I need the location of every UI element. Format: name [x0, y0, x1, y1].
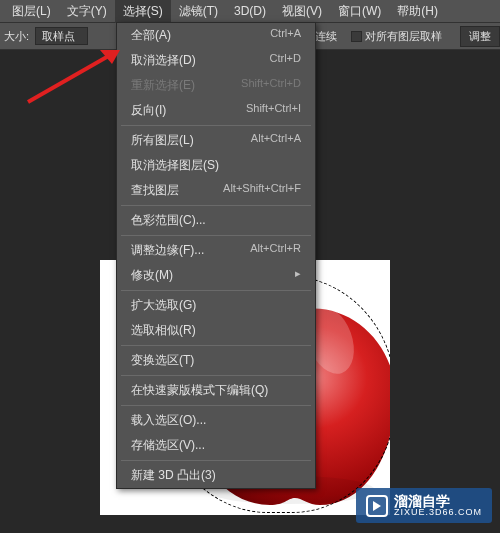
- watermark-url: ZIXUE.3D66.COM: [394, 508, 482, 517]
- menu-separator: [121, 290, 311, 291]
- menu-item[interactable]: 全部(A)Ctrl+A: [117, 23, 315, 48]
- menu-3d[interactable]: 3D(D): [226, 1, 274, 21]
- menu-type[interactable]: 文字(Y): [59, 0, 115, 23]
- play-icon: [366, 495, 388, 517]
- size-dropdown[interactable]: 取样点: [35, 27, 88, 45]
- menu-item-shortcut: Ctrl+A: [270, 27, 301, 44]
- menu-item-label: 扩大选取(G): [131, 297, 196, 314]
- adjust-button[interactable]: 调整: [460, 26, 500, 47]
- menu-item-label: 反向(I): [131, 102, 166, 119]
- menu-item[interactable]: 扩大选取(G): [117, 293, 315, 318]
- menu-view[interactable]: 视图(V): [274, 0, 330, 23]
- menu-separator: [121, 460, 311, 461]
- watermark: 溜溜自学 ZIXUE.3D66.COM: [356, 488, 492, 523]
- menu-item-label: 取消选择图层(S): [131, 157, 219, 174]
- menu-bar: 图层(L) 文字(Y) 选择(S) 滤镜(T) 3D(D) 视图(V) 窗口(W…: [0, 0, 500, 22]
- menu-item[interactable]: 选取相似(R): [117, 318, 315, 343]
- menu-item-shortcut: Alt+Shift+Ctrl+F: [223, 182, 301, 199]
- menu-item-label: 选取相似(R): [131, 322, 196, 339]
- menu-item[interactable]: 新建 3D 凸出(3): [117, 463, 315, 488]
- menu-item-label: 取消选择(D): [131, 52, 196, 69]
- menu-filter[interactable]: 滤镜(T): [171, 0, 226, 23]
- menu-select[interactable]: 选择(S): [115, 0, 171, 23]
- menu-separator: [121, 125, 311, 126]
- menu-item[interactable]: 色彩范围(C)...: [117, 208, 315, 233]
- menu-separator: [121, 375, 311, 376]
- menu-item: 重新选择(E)Shift+Ctrl+D: [117, 73, 315, 98]
- menu-item-label: 查找图层: [131, 182, 179, 199]
- menu-item-label: 新建 3D 凸出(3): [131, 467, 216, 484]
- menu-item-label: 色彩范围(C)...: [131, 212, 206, 229]
- menu-item-label: 全部(A): [131, 27, 171, 44]
- menu-item[interactable]: 反向(I)Shift+Ctrl+I: [117, 98, 315, 123]
- menu-separator: [121, 405, 311, 406]
- menu-item[interactable]: 取消选择(D)Ctrl+D: [117, 48, 315, 73]
- continuous-label: 连续: [315, 29, 337, 44]
- menu-item[interactable]: 取消选择图层(S): [117, 153, 315, 178]
- menu-item[interactable]: 变换选区(T): [117, 348, 315, 373]
- select-dropdown-menu: 全部(A)Ctrl+A取消选择(D)Ctrl+D重新选择(E)Shift+Ctr…: [116, 22, 316, 489]
- checkbox-icon: [351, 31, 362, 42]
- menu-item[interactable]: 在快速蒙版模式下编辑(Q): [117, 378, 315, 403]
- sample-all-checkbox[interactable]: 对所有图层取样: [351, 29, 442, 44]
- menu-item-label: 修改(M): [131, 267, 173, 284]
- menu-item-shortcut: Alt+Ctrl+R: [250, 242, 301, 259]
- menu-item-label: 在快速蒙版模式下编辑(Q): [131, 382, 268, 399]
- sample-all-label: 对所有图层取样: [365, 29, 442, 44]
- watermark-title: 溜溜自学: [394, 494, 482, 508]
- menu-item-label: 调整边缘(F)...: [131, 242, 204, 259]
- menu-layer[interactable]: 图层(L): [4, 0, 59, 23]
- menu-item[interactable]: 所有图层(L)Alt+Ctrl+A: [117, 128, 315, 153]
- menu-item-shortcut: Shift+Ctrl+D: [241, 77, 301, 94]
- menu-separator: [121, 345, 311, 346]
- menu-separator: [121, 235, 311, 236]
- menu-item-shortcut: ▸: [295, 267, 301, 284]
- menu-help[interactable]: 帮助(H): [389, 0, 446, 23]
- menu-item-shortcut: Ctrl+D: [270, 52, 301, 69]
- menu-item-label: 载入选区(O)...: [131, 412, 206, 429]
- menu-item-shortcut: Shift+Ctrl+I: [246, 102, 301, 119]
- menu-item[interactable]: 修改(M)▸: [117, 263, 315, 288]
- menu-item-label: 重新选择(E): [131, 77, 195, 94]
- menu-item[interactable]: 存储选区(V)...: [117, 433, 315, 458]
- menu-item[interactable]: 载入选区(O)...: [117, 408, 315, 433]
- menu-item[interactable]: 查找图层Alt+Shift+Ctrl+F: [117, 178, 315, 203]
- menu-item-label: 所有图层(L): [131, 132, 194, 149]
- menu-item-shortcut: Alt+Ctrl+A: [251, 132, 301, 149]
- size-label: 大小:: [4, 29, 29, 44]
- menu-window[interactable]: 窗口(W): [330, 0, 389, 23]
- menu-item[interactable]: 调整边缘(F)...Alt+Ctrl+R: [117, 238, 315, 263]
- menu-item-label: 变换选区(T): [131, 352, 194, 369]
- menu-item-label: 存储选区(V)...: [131, 437, 205, 454]
- menu-separator: [121, 205, 311, 206]
